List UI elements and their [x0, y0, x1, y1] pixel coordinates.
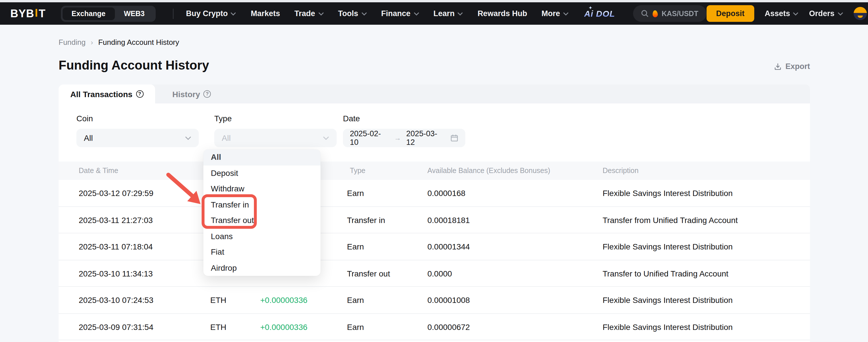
- page: BYBIT Exchange WEB3 Buy Crypto Markets T…: [0, 0, 868, 342]
- deposit-button[interactable]: Deposit: [706, 5, 754, 22]
- search-pair-label: KAS/USDT: [661, 9, 698, 18]
- user-avatar[interactable]: [854, 7, 867, 20]
- dropdown-option-fiat[interactable]: Fiat: [204, 244, 320, 260]
- coin-select-value: All: [84, 133, 93, 143]
- breadcrumb-funding[interactable]: Funding: [59, 38, 86, 47]
- star-icon: ✦: [589, 6, 593, 10]
- nav-assets[interactable]: Assets: [765, 9, 799, 18]
- browser-edge: [0, 0, 868, 2]
- chevron-down-icon: [563, 12, 569, 15]
- chevron-down-icon: [318, 12, 324, 15]
- breadcrumb: Funding › Funding Account History: [59, 38, 179, 47]
- breadcrumb-separator-icon: ›: [91, 38, 93, 46]
- type-select-value: All: [222, 133, 230, 143]
- header-type: Type: [350, 162, 365, 180]
- calendar-icon: [451, 134, 458, 142]
- chevron-down-icon: [793, 12, 799, 15]
- dropdown-option-transfer-in[interactable]: Transfer in: [204, 197, 320, 213]
- flame-icon: [652, 10, 658, 17]
- navbar-left: BYBIT Exchange WEB3 Buy Crypto Markets T…: [10, 5, 706, 22]
- type-select[interactable]: All: [214, 129, 337, 147]
- nav-learn[interactable]: Learn: [433, 9, 463, 18]
- tab-history[interactable]: History ?: [155, 85, 228, 104]
- table-header: Date & Time Type Available Balance (Excl…: [59, 162, 810, 180]
- table-row[interactable]: 2025-03-09 07:31:54 ETH +0.00000336 Earn…: [59, 314, 810, 340]
- dropdown-option-withdraw[interactable]: Withdraw: [204, 181, 320, 197]
- dropdown-option-deposit[interactable]: Deposit: [204, 165, 320, 181]
- divider: [173, 8, 173, 19]
- toggle-web3[interactable]: WEB3: [115, 7, 154, 20]
- chevron-down-icon: [323, 136, 329, 140]
- toggle-exchange[interactable]: Exchange: [62, 7, 115, 20]
- header-date-time: Date & Time: [79, 162, 118, 180]
- nav-menu: Buy Crypto Markets Trade Tools Finance L…: [186, 5, 706, 22]
- chevron-down-icon: [185, 136, 191, 140]
- search-icon: [641, 10, 648, 17]
- nav-rewards-hub[interactable]: Rewards Hub: [478, 9, 527, 18]
- nav-tools[interactable]: Tools: [338, 9, 367, 18]
- date-from: 2025-02-10: [350, 129, 389, 147]
- table-row[interactable]: 2025-03-10 11:34:13 Transfer out 0.0000 …: [59, 260, 810, 287]
- table-row[interactable]: 2025-03-11 21:27:03 Transfer in 0.000181…: [59, 207, 810, 233]
- dropdown-option-all[interactable]: All: [204, 149, 320, 165]
- export-button[interactable]: Export: [774, 62, 810, 71]
- nav-more[interactable]: More: [541, 9, 569, 18]
- tab-bar: All Transactions ? History ?: [59, 85, 810, 104]
- nav-markets[interactable]: Markets: [251, 9, 280, 18]
- export-icon: [774, 62, 782, 70]
- nav-buy-crypto[interactable]: Buy Crypto: [186, 9, 237, 18]
- nav-trade[interactable]: Trade: [294, 9, 324, 18]
- coin-select[interactable]: All: [76, 129, 199, 147]
- range-arrow-icon: →: [394, 134, 401, 142]
- logo-text-left: BYB: [10, 7, 34, 20]
- question-circle-icon[interactable]: ?: [204, 90, 211, 98]
- nav-finance[interactable]: Finance: [381, 9, 419, 18]
- type-filter-label: Type: [214, 114, 337, 123]
- chevron-down-icon: [458, 12, 463, 15]
- coin-filter: Coin All: [76, 114, 199, 147]
- navbar-right: Deposit Assets Orders: [706, 5, 868, 22]
- chevron-down-icon: [837, 12, 843, 15]
- header-description: Description: [602, 162, 639, 180]
- bybit-logo[interactable]: BYBIT: [10, 7, 46, 20]
- logo-text-right: T: [39, 7, 46, 20]
- search-input[interactable]: KAS/USDT: [633, 5, 706, 22]
- date-range-picker[interactable]: 2025-02-10 → 2025-03-12: [343, 129, 465, 147]
- nav-orders[interactable]: Orders: [809, 9, 843, 18]
- tab-all-transactions[interactable]: All Transactions ?: [59, 85, 155, 104]
- date-filter: Date 2025-02-10 → 2025-03-12: [343, 114, 465, 147]
- type-dropdown-menu: All Deposit Withdraw Transfer in Transfe…: [204, 149, 320, 276]
- breadcrumb-current: Funding Account History: [98, 38, 179, 47]
- table-row[interactable]: 2025-03-11 07:18:04 Earn 0.00001344 Flex…: [59, 233, 810, 260]
- logo-accent-i: I: [35, 7, 38, 19]
- header-available-balance: Available Balance (Excludes Bonuses): [427, 162, 550, 180]
- chevron-down-icon: [230, 12, 237, 15]
- top-navbar: BYBIT Exchange WEB3 Buy Crypto Markets T…: [0, 2, 868, 25]
- page-title: Funding Account History: [59, 58, 209, 73]
- date-filter-label: Date: [343, 114, 465, 123]
- chevron-down-icon: [413, 12, 419, 15]
- table-row[interactable]: 2025-03-10 07:24:53 ETH +0.00000336 Earn…: [59, 287, 810, 314]
- aidol-logo[interactable]: ✦Ai DOL: [584, 9, 615, 19]
- type-filter: Type All: [214, 114, 337, 147]
- table-row[interactable]: 2025-03-12 07:29:59 Earn 0.0000168 Flexi…: [59, 180, 810, 207]
- dropdown-option-transfer-out[interactable]: Transfer out: [204, 213, 320, 228]
- exchange-web3-toggle: Exchange WEB3: [61, 5, 155, 22]
- export-label: Export: [785, 62, 810, 71]
- dropdown-option-airdrop[interactable]: Airdrop: [204, 260, 320, 276]
- coin-filter-label: Coin: [76, 114, 199, 123]
- chevron-down-icon: [361, 12, 367, 15]
- question-circle-icon[interactable]: ?: [136, 90, 143, 98]
- date-to: 2025-03-12: [406, 129, 445, 147]
- dropdown-option-loans[interactable]: Loans: [204, 228, 320, 244]
